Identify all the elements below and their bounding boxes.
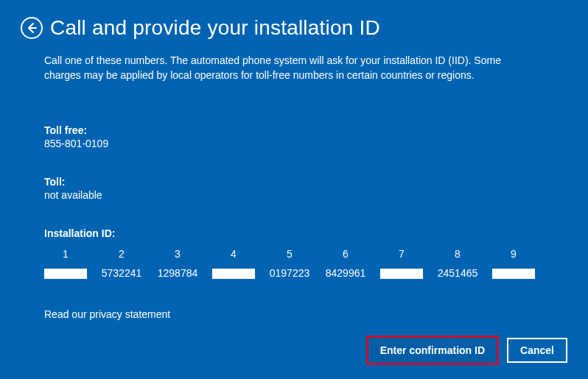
redacted-block: [380, 269, 423, 279]
arrow-left-icon: [26, 22, 38, 34]
enter-confirmation-id-button[interactable]: Enter confirmation ID: [368, 338, 497, 363]
redacted-block: [44, 269, 87, 279]
back-button[interactable]: [21, 17, 43, 39]
id-column-header: 7: [380, 247, 423, 261]
id-column-header: 9: [492, 247, 535, 261]
id-column-value: [380, 261, 423, 280]
toll-value: not available: [44, 189, 544, 201]
page-title: Call and provide your installation ID: [50, 16, 380, 40]
cancel-button[interactable]: Cancel: [507, 338, 567, 363]
id-column-header: 8: [436, 247, 479, 261]
id-column-header: 1: [44, 247, 87, 261]
installation-id-label: Installation ID:: [44, 227, 544, 239]
id-column-value: 1298784: [156, 261, 199, 280]
id-column-value: [44, 261, 87, 280]
id-column-value: 8429961: [324, 261, 367, 280]
toll-label: Toll:: [44, 176, 544, 188]
description-text: Call one of these numbers. The automated…: [44, 53, 538, 83]
id-column-value: [492, 261, 535, 280]
redacted-block: [212, 269, 255, 279]
id-column-header: 3: [156, 247, 199, 261]
privacy-link[interactable]: Read our privacy statement: [44, 308, 544, 320]
id-column-header: 6: [324, 247, 367, 261]
id-column-value: [212, 261, 255, 280]
id-column-value: 2451465: [436, 261, 479, 280]
id-column-header: 4: [212, 247, 255, 261]
redacted-block: [492, 269, 535, 279]
toll-free-label: Toll free:: [44, 124, 544, 136]
toll-free-value: 855-801-0109: [44, 138, 544, 149]
id-column-value: 5732241: [100, 261, 143, 280]
id-column-value: 0197223: [268, 261, 311, 280]
installation-id-grid: 123456789 573224112987840197223842996124…: [44, 247, 544, 280]
id-column-header: 5: [268, 247, 311, 261]
id-column-header: 2: [100, 247, 143, 261]
